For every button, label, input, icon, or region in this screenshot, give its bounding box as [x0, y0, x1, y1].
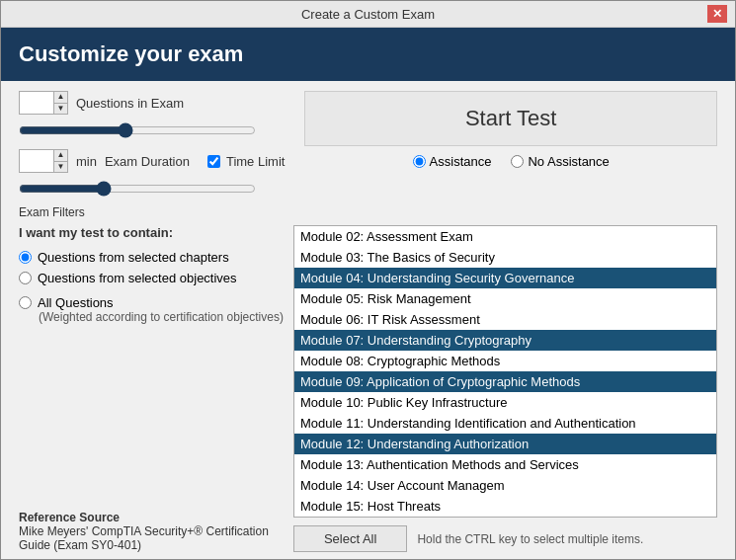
duration-label: Exam Duration — [105, 154, 190, 169]
reference-text: Mike Meyers' CompTIA Security+® Certific… — [19, 524, 284, 552]
right-panel: Start Test Assistance No Assistance — [304, 91, 717, 169]
assistance-option: Assistance — [413, 154, 492, 169]
duration-spinbox[interactable]: 70 ▲ ▼ — [19, 149, 68, 173]
questions-label: Questions in Exam — [76, 96, 184, 111]
ctrl-hint: Hold the CTRL key to select multiple ite… — [417, 532, 643, 546]
titlebar: Create a Custom Exam ✕ — [1, 1, 735, 28]
duration-input[interactable]: 70 — [20, 150, 55, 172]
content: 134 ▲ ▼ Questions in Exam 70 — [1, 81, 735, 560]
start-test-button[interactable]: Start Test — [304, 91, 717, 146]
module-item[interactable]: Module 14: User Account Managem — [294, 475, 716, 496]
module-item[interactable]: Module 11: Understanding Identification … — [294, 413, 716, 434]
module-item[interactable]: Module 04: Understanding Security Govern… — [294, 268, 716, 288]
module-item[interactable]: Module 09: Application of Cryptographic … — [294, 371, 716, 392]
left-controls: 134 ▲ ▼ Questions in Exam 70 — [19, 91, 285, 200]
window-title: Create a Custom Exam — [29, 7, 707, 22]
no-assistance-option: No Assistance — [511, 154, 609, 169]
objectives-option: Questions from selected objectives — [19, 271, 284, 285]
duration-up-button[interactable]: ▲ — [53, 150, 67, 162]
duration-spin-buttons: ▲ ▼ — [53, 150, 67, 172]
module-item[interactable]: Module 10: Public Key Infrastructure — [294, 392, 716, 413]
all-questions-section: All Questions (Weighted according to cer… — [19, 295, 284, 324]
module-item[interactable]: Module 15: Host Threats — [294, 496, 716, 517]
exam-filters-label: Exam Filters — [19, 205, 717, 219]
exam-filters-section: Exam Filters I want my test to contain: … — [19, 205, 717, 552]
all-questions-label: All Questions — [38, 295, 114, 310]
duration-slider[interactable] — [19, 181, 256, 197]
duration-unit: min — [76, 154, 97, 169]
module-item[interactable]: Module 03: The Basics of Security — [294, 247, 716, 268]
assistance-label: Assistance — [430, 154, 492, 169]
weighted-note: (Weighted according to certification obj… — [39, 310, 284, 324]
assistance-row: Assistance No Assistance — [413, 154, 610, 169]
reference-title: Reference Source — [19, 511, 284, 524]
module-list[interactable]: Module 02: Assessment ExamModule 03: The… — [293, 225, 717, 518]
top-row: 134 ▲ ▼ Questions in Exam 70 — [19, 91, 717, 200]
objectives-label: Questions from selected objectives — [38, 271, 237, 285]
timelimit-row: Time Limit — [207, 154, 285, 169]
filter-title: I want my test to contain: — [19, 225, 284, 240]
objectives-radio[interactable] — [19, 272, 32, 284]
module-item[interactable]: Module 06: IT Risk Assessment — [294, 309, 716, 330]
duration-slider-container — [19, 181, 256, 200]
header: Customize your exam — [1, 28, 735, 81]
questions-slider[interactable] — [19, 122, 256, 138]
questions-slider-container — [19, 122, 256, 141]
questions-input[interactable]: 134 — [20, 92, 55, 114]
close-button[interactable]: ✕ — [707, 5, 727, 23]
questions-up-button[interactable]: ▲ — [53, 92, 67, 104]
questions-spinbox[interactable]: 134 ▲ ▼ — [19, 91, 68, 115]
module-item[interactable]: Module 13: Authentication Methods and Se… — [294, 454, 716, 475]
chapters-radio[interactable] — [19, 251, 32, 264]
no-assistance-radio[interactable] — [511, 155, 524, 168]
module-item[interactable]: Module 07: Understanding Cryptography — [294, 330, 716, 351]
questions-down-button[interactable]: ▼ — [53, 104, 67, 115]
all-questions-option: All Questions — [19, 295, 284, 310]
all-questions-radio[interactable] — [19, 296, 32, 309]
module-item[interactable]: Module 08: Cryptographic Methods — [294, 351, 716, 371]
duration-down-button[interactable]: ▼ — [53, 162, 67, 173]
questions-spin-buttons: ▲ ▼ — [53, 92, 67, 114]
chapters-option: Questions from selected chapters — [19, 250, 284, 265]
page-title: Customize your exam — [19, 41, 717, 67]
window: Create a Custom Exam ✕ Customize your ex… — [0, 0, 736, 560]
timelimit-label: Time Limit — [226, 154, 285, 169]
list-bottom: Select All Hold the CTRL key to select m… — [293, 525, 717, 552]
assistance-radio[interactable] — [413, 155, 426, 168]
timelimit-checkbox[interactable] — [207, 155, 220, 168]
no-assistance-label: No Assistance — [528, 154, 609, 169]
duration-row: 70 ▲ ▼ min Exam Duration Time Limit — [19, 149, 285, 173]
module-item[interactable]: Module 05: Risk Management — [294, 288, 716, 309]
module-item[interactable]: Module 02: Assessment Exam — [294, 226, 716, 247]
select-all-button[interactable]: Select All — [293, 525, 407, 552]
list-panel: Module 02: Assessment ExamModule 03: The… — [293, 225, 717, 552]
questions-row: 134 ▲ ▼ Questions in Exam — [19, 91, 285, 115]
chapters-label: Questions from selected chapters — [38, 250, 229, 265]
filter-options: I want my test to contain: Questions fro… — [19, 225, 284, 552]
reference-section: Reference Source Mike Meyers' CompTIA Se… — [19, 503, 284, 552]
module-item[interactable]: Module 12: Understanding Authorization — [294, 434, 716, 454]
filters-body: I want my test to contain: Questions fro… — [19, 225, 717, 552]
